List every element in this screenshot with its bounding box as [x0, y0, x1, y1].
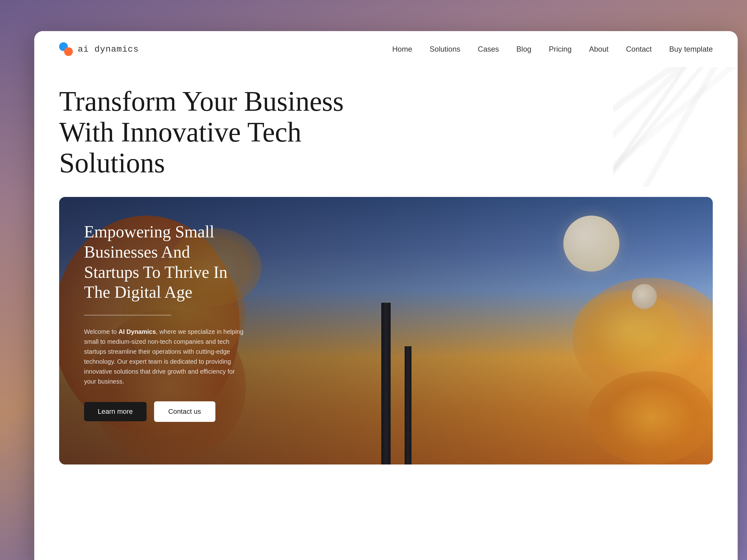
hero-divider [84, 315, 171, 316]
nav-links: Home Solutions Cases Blog Pricing About … [392, 45, 713, 54]
nav-item-pricing[interactable]: Pricing [549, 45, 571, 54]
nav-link-home[interactable]: Home [392, 45, 412, 53]
nav-link-about[interactable]: About [589, 45, 609, 53]
hero-desc-suffix: , where we specialize in helping small t… [84, 328, 243, 385]
hero-section: Transform Your Business With Innovative … [34, 67, 738, 464]
hero-brand-name: AI Dynamics [119, 328, 156, 335]
nav-item-solutions[interactable]: Solutions [430, 45, 460, 54]
nav-item-contact[interactable]: Contact [626, 45, 652, 54]
hero-description: Welcome to AI Dynamics, where we special… [84, 327, 246, 386]
logo-icon [59, 42, 73, 56]
logo[interactable]: ai dynamics [59, 42, 139, 56]
hero-main-title: Transform Your Business With Innovative … [59, 86, 402, 178]
nav-item-home[interactable]: Home [392, 45, 412, 54]
nav-link-blog[interactable]: Blog [516, 45, 531, 53]
hero-content: Empowering Small Businesses And Startups… [84, 222, 246, 422]
nav-link-cases[interactable]: Cases [478, 45, 499, 53]
hero-image-card: Empowering Small Businesses And Startups… [59, 197, 713, 464]
main-card: ai dynamics Home Solutions Cases Blog Pr… [34, 31, 738, 560]
nav-link-contact[interactable]: Contact [626, 45, 652, 53]
nav-item-about[interactable]: About [589, 45, 609, 54]
hero-sub-title: Empowering Small Businesses And Startups… [84, 222, 246, 302]
navbar: ai dynamics Home Solutions Cases Blog Pr… [34, 31, 738, 67]
logo-circle-orange [64, 47, 73, 56]
learn-more-button[interactable]: Learn more [84, 402, 147, 421]
logo-text: ai dynamics [78, 45, 139, 54]
nav-link-buy-template[interactable]: Buy template [669, 45, 713, 53]
nav-link-solutions[interactable]: Solutions [430, 45, 460, 53]
nav-link-pricing[interactable]: Pricing [549, 45, 571, 53]
contact-us-button[interactable]: Contact us [154, 401, 215, 422]
hero-desc-prefix: Welcome to [84, 328, 119, 335]
nav-item-cases[interactable]: Cases [478, 45, 499, 54]
nav-item-buy-template[interactable]: Buy template [669, 45, 713, 54]
nav-item-blog[interactable]: Blog [516, 45, 531, 54]
btn-group: Learn more Contact us [84, 401, 246, 422]
